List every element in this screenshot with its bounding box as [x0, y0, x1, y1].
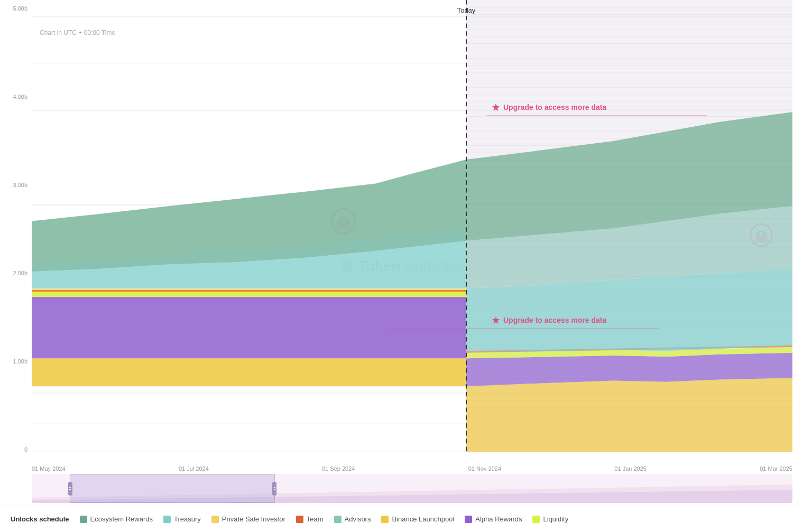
svg-rect-97	[336, 220, 351, 230]
svg-marker-17	[32, 297, 466, 359]
minimap-handle-left[interactable]	[68, 482, 72, 496]
x-label-3: 01 Nov 2024	[468, 465, 501, 472]
private-sale-swatch	[211, 516, 219, 523]
y-label-5: 5.00b	[13, 5, 27, 12]
legend-item-ecosystem: Ecosystem Rewards	[80, 515, 153, 523]
legend-item-advisors: Advisors	[334, 515, 371, 523]
x-label-2: 01 Sep 2024	[322, 465, 355, 472]
x-label-5: 01 Mar 2025	[760, 465, 792, 472]
alpha-rewards-swatch	[465, 516, 472, 523]
x-label-4: 01 Jan 2025	[614, 465, 647, 472]
legend-title: Unlocks schedule	[11, 515, 69, 523]
svg-marker-22	[32, 290, 466, 292]
liquidity-swatch	[532, 516, 540, 523]
legend-item-alpha-rewards: Alpha Rewards	[465, 515, 522, 523]
binance-swatch	[381, 516, 389, 523]
x-axis: 01 May 2024 01 Jul 2024 01 Sep 2024 01 N…	[32, 463, 792, 474]
x-label-0: 01 May 2024	[32, 465, 66, 472]
advisors-swatch	[334, 516, 341, 523]
legend-item-treasury: Treasury	[163, 515, 201, 523]
legend-item-binance: Binance Launchpool	[381, 515, 454, 523]
legend: Unlocks schedule Ecosystem Rewards Treas…	[0, 506, 803, 532]
upgrade-badge-top[interactable]: Upgrade to access more data	[492, 103, 606, 111]
y-label-1: 1.00b	[13, 358, 27, 365]
y-label-0: 0	[24, 446, 27, 453]
y-label-3: 3.00b	[13, 182, 27, 188]
upgrade-badge-bottom[interactable]: Upgrade to access more data	[492, 316, 606, 324]
treasury-swatch	[163, 516, 171, 523]
chart-container: 5.00b 4.00b 3.00b 2.00b 1.00b 0 Chart in…	[0, 0, 803, 532]
today-label: Today	[457, 6, 476, 14]
team-swatch	[296, 516, 303, 523]
svg-marker-18	[32, 291, 466, 297]
y-label-4: 4.00b	[13, 94, 27, 100]
y-label-2: 2.00b	[13, 270, 27, 276]
legend-item-liquidity: Liquidity	[532, 515, 568, 523]
chart-svg	[32, 0, 792, 469]
svg-marker-16	[32, 358, 466, 386]
svg-rect-100	[755, 235, 768, 243]
svg-marker-87	[466, 378, 792, 452]
minimap[interactable]	[32, 474, 792, 503]
x-label-1: 01 Jul 2024	[179, 465, 209, 472]
y-axis: 5.00b 4.00b 3.00b 2.00b 1.00b 0	[0, 0, 32, 469]
minimap-handle-right[interactable]	[272, 482, 276, 496]
legend-item-private-sale: Private Sale Investor	[211, 515, 285, 523]
minimap-selection[interactable]	[70, 474, 275, 503]
legend-item-team: Team	[296, 515, 324, 523]
ecosystem-swatch	[80, 516, 87, 523]
